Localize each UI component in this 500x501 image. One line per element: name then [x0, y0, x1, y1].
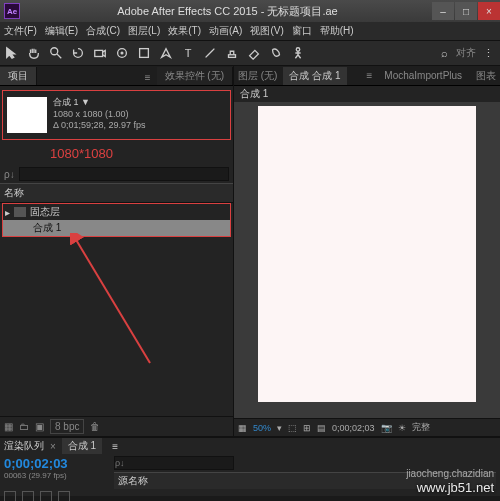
svg-point-0: [51, 48, 58, 55]
hand-tool-icon[interactable]: [26, 45, 42, 61]
svg-line-7: [75, 238, 150, 363]
menu-animation[interactable]: 动画(A): [209, 24, 242, 38]
trash-icon[interactable]: 🗑: [90, 421, 100, 432]
project-search-input[interactable]: [19, 167, 229, 181]
tab-layer-none[interactable]: 图层 (无): [238, 69, 277, 83]
asset-info-highlight: 合成 1 ▼ 1080 x 1080 (1.00) Δ 0;01;59;28, …: [2, 90, 231, 140]
annotation-text: 1080*1080: [0, 140, 233, 165]
roto-tool-icon[interactable]: [268, 45, 284, 61]
tab-timeline-comp[interactable]: 合成 1: [62, 438, 102, 454]
new-comp-icon[interactable]: ▣: [35, 421, 44, 432]
guides-icon[interactable]: ⊞: [303, 423, 311, 433]
asset-dimensions: 1080 x 1080 (1.00): [53, 109, 146, 121]
new-folder-icon[interactable]: 🗀: [19, 421, 29, 432]
exposure-icon[interactable]: ☀: [398, 423, 406, 433]
menu-help[interactable]: 帮助(H): [320, 24, 354, 38]
zoom-level[interactable]: 50%: [253, 423, 271, 433]
snap-icon[interactable]: ⌕: [436, 45, 452, 61]
menu-effect[interactable]: 效果(T): [168, 24, 201, 38]
video-toggle-icon[interactable]: [4, 491, 16, 501]
maximize-button[interactable]: □: [455, 2, 477, 20]
panel-menu-icon[interactable]: ≡: [139, 70, 157, 85]
tab-render-queue[interactable]: 渲染队列: [4, 439, 44, 453]
snapshot-icon[interactable]: 📷: [381, 423, 392, 433]
app-icon: Ae: [4, 3, 20, 19]
menu-file[interactable]: 文件(F): [4, 24, 37, 38]
tab-effect-controls[interactable]: 效果控件 (无): [157, 67, 233, 85]
svg-rect-5: [229, 55, 236, 58]
mask-icon[interactable]: ⬚: [288, 423, 297, 433]
menu-window[interactable]: 窗口: [292, 24, 312, 38]
comp-icon: [17, 223, 29, 233]
pen-tool-icon[interactable]: [158, 45, 174, 61]
menu-layer[interactable]: 图层(L): [128, 24, 160, 38]
resolution-dropdown[interactable]: 完整: [412, 421, 430, 434]
stamp-tool-icon[interactable]: [224, 45, 240, 61]
menu-view[interactable]: 视图(V): [250, 24, 283, 38]
solo-toggle-icon[interactable]: [40, 491, 52, 501]
svg-rect-1: [95, 50, 103, 56]
current-timecode[interactable]: 0;00;02;03: [4, 456, 106, 471]
asset-duration: Δ 0;01;59;28, 29.97 fps: [53, 120, 146, 132]
project-items-area[interactable]: ▸ 固态层 合成 1: [0, 203, 233, 416]
watermark-url: www.jb51.net: [417, 480, 494, 495]
timecode-display[interactable]: 0;00;02;03: [332, 423, 375, 433]
breadcrumb[interactable]: 合成 1: [240, 87, 268, 101]
menu-composition[interactable]: 合成(C): [86, 24, 120, 38]
comp-panel-menu-icon[interactable]: ≡: [360, 68, 378, 83]
bpc-toggle[interactable]: 8 bpc: [50, 419, 84, 434]
composition-panel: 图层 (无) 合成 合成 1 ≡ MochaImportPlus 图表 合成 1…: [234, 66, 500, 436]
rotate-tool-icon[interactable]: [70, 45, 86, 61]
folder-icon: [14, 207, 26, 217]
svg-point-6: [296, 48, 300, 52]
comp-viewer[interactable]: [234, 102, 500, 418]
title-bar: Ae Adobe After Effects CC 2015 - 无标题项目.a…: [0, 0, 500, 22]
shape-tool-icon[interactable]: [136, 45, 152, 61]
close-button[interactable]: ×: [478, 2, 500, 20]
tab-project[interactable]: 项目: [0, 67, 37, 85]
tab-comp-active[interactable]: 合成 合成 1: [283, 67, 346, 85]
column-header-name[interactable]: 名称: [0, 183, 233, 203]
window-title: Adobe After Effects CC 2015 - 无标题项目.ae: [24, 4, 431, 19]
tool-bar: T ⌕ 对齐 ⋮: [0, 40, 500, 66]
comp-canvas[interactable]: [258, 106, 476, 402]
lock-toggle-icon[interactable]: [58, 491, 70, 501]
comp-thumbnail[interactable]: [7, 97, 47, 133]
tab-chart[interactable]: 图表: [476, 69, 496, 83]
audio-toggle-icon[interactable]: [22, 491, 34, 501]
zoom-dropdown-icon[interactable]: ▾: [277, 423, 282, 433]
zoom-tool-icon[interactable]: [48, 45, 64, 61]
snap-label: 对齐: [456, 46, 476, 60]
project-footer: ▦ 🗀 ▣ 8 bpc 🗑: [0, 416, 233, 436]
asset-name: 合成 1 ▼: [53, 97, 146, 109]
search-icon[interactable]: ρ↓: [4, 169, 15, 180]
svg-rect-4: [140, 49, 149, 58]
timeline-panel-menu-icon[interactable]: ≡: [112, 441, 118, 452]
items-highlight: ▸ 固态层 合成 1: [2, 203, 231, 237]
watermark-sub: jiaocheng.chazidian: [406, 468, 494, 479]
anchor-tool-icon[interactable]: [114, 45, 130, 61]
expand-icon[interactable]: ▸: [5, 207, 10, 218]
timeline-search-input[interactable]: [114, 456, 234, 470]
selection-tool-icon[interactable]: [4, 45, 20, 61]
puppet-tool-icon[interactable]: [290, 45, 306, 61]
channel-icon[interactable]: ▤: [317, 423, 326, 433]
brush-tool-icon[interactable]: [202, 45, 218, 61]
tab-mocha[interactable]: MochaImportPlus: [384, 70, 462, 81]
eraser-tool-icon[interactable]: [246, 45, 262, 61]
grid-icon[interactable]: ▦: [238, 423, 247, 433]
menu-edit[interactable]: 编辑(E): [45, 24, 78, 38]
text-tool-icon[interactable]: T: [180, 45, 196, 61]
interpret-icon[interactable]: ▦: [4, 421, 13, 432]
svg-point-3: [121, 52, 123, 54]
menu-bar: 文件(F) 编辑(E) 合成(C) 图层(L) 效果(T) 动画(A) 视图(V…: [0, 22, 500, 40]
minimize-button[interactable]: –: [432, 2, 454, 20]
item-label: 合成 1: [33, 221, 61, 235]
item-label: 固态层: [30, 205, 60, 219]
viewer-footer: ▦ 50% ▾ ⬚ ⊞ ▤ 0;00;02;03 📷 ☀ 完整: [234, 418, 500, 436]
camera-tool-icon[interactable]: [92, 45, 108, 61]
project-item-folder[interactable]: ▸ 固态层: [3, 204, 230, 220]
snap-options-icon[interactable]: ⋮: [480, 45, 496, 61]
project-panel: 项目 ≡ 效果控件 (无) 合成 1 ▼ 1080 x 1080 (1.00) …: [0, 66, 234, 436]
current-frame: 00063 (29.97 fps): [4, 471, 106, 480]
